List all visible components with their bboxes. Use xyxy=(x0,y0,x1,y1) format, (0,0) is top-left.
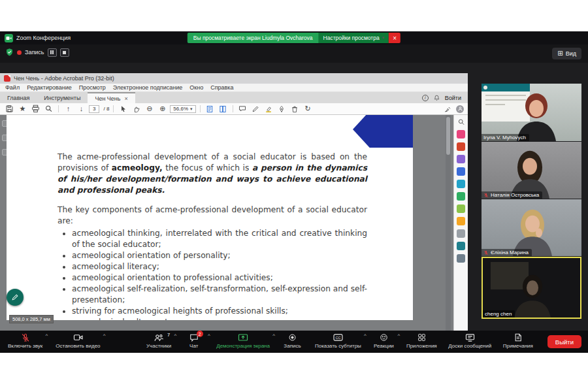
close-banner-button[interactable]: × xyxy=(389,33,400,43)
tab-close-icon[interactable]: × xyxy=(125,95,128,102)
close-icon: × xyxy=(393,35,397,42)
account-avatar[interactable] xyxy=(456,105,464,113)
people-icon xyxy=(154,333,164,342)
menu-help[interactable]: Справка xyxy=(210,84,233,91)
tool-organize-icon[interactable] xyxy=(457,192,465,201)
highlighter-tool-button[interactable] xyxy=(263,104,274,114)
bullet-item: acmeological self-realization, self-tran… xyxy=(72,284,367,306)
tools-side-panel xyxy=(453,115,468,331)
participant-video xyxy=(482,84,581,141)
slide-paragraph-1: The acme-professional development of a s… xyxy=(57,152,367,196)
zoom-level-select[interactable]: 56,6% ▾ xyxy=(170,105,195,113)
notes-button[interactable]: Примечания xyxy=(503,333,533,349)
tab-document[interactable]: Чен Чень × xyxy=(88,92,135,103)
menu-file[interactable]: Файл xyxy=(5,84,20,91)
comment-tool-button[interactable] xyxy=(237,104,248,114)
record-button[interactable]: Запись xyxy=(281,333,303,349)
stop-recording-button[interactable] xyxy=(60,48,69,57)
print-button[interactable] xyxy=(30,104,41,114)
next-page-button[interactable]: ↓ xyxy=(76,104,87,114)
acrobat-window: Чен Чень - Adobe Acrobat Pro (32-bit) Фа… xyxy=(0,73,468,331)
zoom-secondary-bar: Запись ⊞ Вид xyxy=(0,44,588,63)
tool-convert-icon[interactable] xyxy=(457,229,465,238)
participant-video xyxy=(482,142,581,199)
acrobat-window-title: Чен Чень - Adobe Acrobat Pro (32-bit) xyxy=(14,75,114,82)
bullet-item: acmeological orientation to professional… xyxy=(72,272,367,284)
notifications-bell-icon[interactable] xyxy=(433,94,440,102)
tab-home[interactable]: Главная xyxy=(0,92,37,103)
captions-button[interactable]: ^ CC Показать субтитры xyxy=(315,333,361,349)
whiteboards-button[interactable]: Доски сообщений xyxy=(448,333,491,349)
fill-sign-icon[interactable] xyxy=(442,104,453,114)
unmute-button[interactable]: ^ Включить звук xyxy=(8,333,42,349)
document-scrollbar[interactable] xyxy=(446,115,451,331)
zoom-in-button[interactable]: ⊕ xyxy=(157,104,168,114)
caret-icon[interactable]: ^ xyxy=(103,333,106,338)
favorites-star-icon[interactable]: ★ xyxy=(17,104,28,114)
caret-icon[interactable]: ^ xyxy=(364,333,367,338)
page-number-input[interactable]: 3 xyxy=(89,105,99,113)
caret-icon[interactable]: ^ xyxy=(174,333,176,338)
zoom-out-button[interactable]: ⊖ xyxy=(144,104,155,114)
select-tool-button[interactable] xyxy=(118,104,129,114)
zoom-app-badge: Zoom Конференция xyxy=(5,34,71,42)
reactions-button[interactable]: ^ Реакции xyxy=(372,333,395,349)
acrobat-tab-bar: Главная Инструменты Чен Чень × i Войти xyxy=(0,92,468,103)
video-tile-yelikhina[interactable]: Єліхіна Марина xyxy=(482,199,581,256)
stop-video-button[interactable]: ^ Остановить видео xyxy=(56,333,100,349)
participants-button[interactable]: ^ 7 Участники xyxy=(146,333,171,349)
tool-protect-icon[interactable] xyxy=(457,242,465,250)
hand-tool-button[interactable] xyxy=(131,104,142,114)
camera-icon xyxy=(73,333,83,342)
tab-tools[interactable]: Инструменты xyxy=(37,92,88,103)
pencil-tool-button[interactable] xyxy=(250,104,261,114)
sign-tool-button[interactable] xyxy=(276,104,287,114)
tool-compress-icon[interactable] xyxy=(457,204,465,213)
bullet-item: acmeological thinking, interrelated with… xyxy=(72,228,367,250)
pencil-icon xyxy=(11,293,19,301)
sign-in-button[interactable]: Войти xyxy=(445,95,461,101)
video-tile-cheng-chen-active-speaker[interactable]: cheng chen xyxy=(482,257,581,319)
meeting-main-area: Чен Чень - Adobe Acrobat Pro (32-bit) Фа… xyxy=(0,63,588,331)
video-tile-nataliia[interactable]: Наталія Островська xyxy=(482,142,581,199)
search-icon[interactable] xyxy=(43,104,54,114)
menu-esign[interactable]: Электронное подписание xyxy=(113,84,182,91)
page-view-button[interactable] xyxy=(204,104,216,114)
save-button[interactable] xyxy=(4,104,15,114)
tool-export-pdf-icon[interactable] xyxy=(457,130,465,139)
shield-icon xyxy=(5,48,14,57)
document-area: The acme-professional development of a s… xyxy=(0,115,468,331)
menu-edit[interactable]: Редактирование xyxy=(27,84,72,91)
apps-button[interactable]: Приложения xyxy=(406,333,437,349)
search-tools-icon[interactable] xyxy=(457,118,465,126)
refresh-icon[interactable]: ↻ xyxy=(302,104,314,114)
view-button[interactable]: ⊞ Вид xyxy=(552,48,581,59)
leave-meeting-button[interactable]: Выйти xyxy=(547,335,581,348)
menu-window[interactable]: Окно xyxy=(189,84,203,91)
caret-icon[interactable]: ^ xyxy=(398,333,400,338)
caret-icon[interactable]: ^ xyxy=(272,333,275,338)
scroll-view-button[interactable] xyxy=(218,104,229,114)
menu-view[interactable]: Просмотр xyxy=(79,84,106,91)
caret-icon[interactable]: ^ xyxy=(208,333,210,338)
caret-icon[interactable]: ^ xyxy=(46,333,48,338)
scrollbar-thumb[interactable] xyxy=(446,117,450,155)
participants-video-sidebar: Iryna V. Myhovych Наталія Островська xyxy=(482,84,581,319)
chat-button[interactable]: ^ 2 Чат xyxy=(183,333,205,349)
share-screen-button[interactable]: ^ Демонстрация экрана xyxy=(216,333,270,349)
participant-video xyxy=(482,199,581,256)
video-tile-iryna[interactable]: Iryna V. Myhovych xyxy=(482,84,581,141)
tool-create-pdf-icon[interactable] xyxy=(457,142,465,151)
tool-combine-icon[interactable] xyxy=(457,180,465,188)
annotate-pencil-button[interactable] xyxy=(7,289,24,306)
tool-redact-icon[interactable] xyxy=(457,217,465,225)
info-icon[interactable]: i xyxy=(422,95,429,101)
delete-tool-button[interactable] xyxy=(289,104,301,114)
tool-comment-icon[interactable] xyxy=(457,167,465,176)
tool-more-icon[interactable] xyxy=(457,254,465,263)
tool-edit-pdf-icon[interactable] xyxy=(457,155,465,163)
view-options-button[interactable]: Настройки просмотра ▾ xyxy=(319,33,389,43)
chevron-down-icon: ▾ xyxy=(382,35,385,41)
pause-recording-button[interactable] xyxy=(48,48,57,57)
previous-page-button[interactable]: ↑ xyxy=(63,104,74,114)
